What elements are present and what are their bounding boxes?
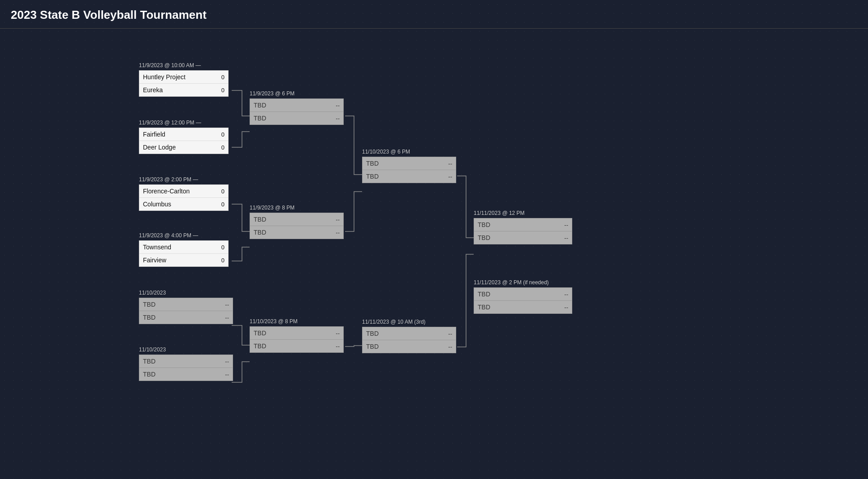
r4m3rd-group: 11/11/2023 @ 10 AM (3rd) TBD -- TBD -- — [362, 319, 456, 353]
r1m2-team1: Fairfield 0 — [139, 128, 228, 141]
r1m3-team1: Florence-Carlton 0 — [139, 185, 228, 198]
r3wm1-team1: TBD -- — [363, 157, 456, 170]
bracket-wrapper: 11/9/2023 @ 10:00 AM — Huntley Project 0… — [13, 38, 856, 441]
r3lm1-team2: TBD -- — [250, 340, 343, 352]
r1m1-time: 11/9/2023 @ 10:00 AM — — [139, 62, 229, 68]
r1m3-group: 11/9/2023 @ 2:00 PM — Florence-Carlton 0… — [139, 176, 229, 211]
r1m1-team2: Eureka 0 — [139, 84, 228, 96]
r2wm1-team1: TBD -- — [250, 99, 343, 112]
r3wm1-group: 11/10/2023 @ 6 PM TBD -- TBD -- — [362, 149, 456, 183]
final-team1: TBD -- — [474, 218, 572, 231]
r3wm1-team2: TBD -- — [363, 170, 456, 183]
r1m4-time: 11/9/2023 @ 4:00 PM — — [139, 232, 229, 239]
r1m4-group: 11/9/2023 @ 4:00 PM — Townsend 0 Fairvie… — [139, 232, 229, 267]
r2lm2-team2: TBD -- — [139, 368, 233, 381]
r3lm1-team1: TBD -- — [250, 327, 343, 340]
if-needed-time: 11/11/2023 @ 2 PM (if needed) — [474, 279, 572, 286]
r1m1-box: Huntley Project 0 Eureka 0 — [139, 70, 229, 97]
r2wm1-group: 11/9/2023 @ 6 PM TBD -- TBD -- — [250, 90, 344, 125]
r1m3-team2: Columbus 0 — [139, 198, 228, 210]
final-time: 11/11/2023 @ 12 PM — [474, 210, 572, 216]
if-needed-team1: TBD -- — [474, 288, 572, 301]
r1m3-time: 11/9/2023 @ 2:00 PM — — [139, 176, 229, 183]
r2wm2-team2: TBD -- — [250, 226, 343, 239]
r2lm2-time: 11/10/2023 — [139, 346, 233, 353]
r2lm2-team1: TBD -- — [139, 355, 233, 368]
r1m2-box: Fairfield 0 Deer Lodge 0 — [139, 128, 229, 154]
r1m1-team1: Huntley Project 0 — [139, 71, 228, 84]
r2wm2-team1: TBD -- — [250, 213, 343, 226]
r4m3rd-team1: TBD -- — [363, 327, 456, 340]
if-needed-box: TBD -- TBD -- — [474, 287, 572, 314]
r2lm1-team1: TBD -- — [139, 298, 233, 311]
r3lm1-group: 11/10/2023 @ 8 PM TBD -- TBD -- — [250, 318, 344, 353]
if-needed-team2: TBD -- — [474, 301, 572, 313]
r2lm1-box: TBD -- TBD -- — [139, 298, 233, 324]
r2wm1-box: TBD -- TBD -- — [250, 98, 344, 125]
r4m3rd-time: 11/11/2023 @ 10 AM (3rd) — [362, 319, 456, 325]
r3lm1-box: TBD -- TBD -- — [250, 326, 344, 353]
r3wm1-time: 11/10/2023 @ 6 PM — [362, 149, 456, 155]
r3wm1-box: TBD -- TBD -- — [362, 157, 456, 183]
r2lm2-group: 11/10/2023 TBD -- TBD -- — [139, 346, 233, 381]
page-title: 2023 State B Volleyball Tournament — [0, 0, 868, 29]
r1m2-team2: Deer Lodge 0 — [139, 141, 228, 154]
r2wm2-time: 11/9/2023 @ 8 PM — [250, 205, 344, 211]
r1m2-group: 11/9/2023 @ 12:00 PM — Fairfield 0 Deer … — [139, 120, 229, 154]
if-needed-group: 11/11/2023 @ 2 PM (if needed) TBD -- TBD… — [474, 279, 572, 314]
r1m2-time: 11/9/2023 @ 12:00 PM — — [139, 120, 229, 126]
final-box: TBD -- TBD -- — [474, 218, 572, 244]
r1m4-box: Townsend 0 Fairview 0 — [139, 240, 229, 267]
r2lm1-group: 11/10/2023 TBD -- TBD -- — [139, 290, 233, 324]
r2wm2-group: 11/9/2023 @ 8 PM TBD -- TBD -- — [250, 205, 344, 239]
r1m3-box: Florence-Carlton 0 Columbus 0 — [139, 184, 229, 211]
r4m3rd-box: TBD -- TBD -- — [362, 327, 456, 353]
final-team2: TBD -- — [474, 231, 572, 244]
r2lm1-time: 11/10/2023 — [139, 290, 233, 296]
r4m3rd-team2: TBD -- — [363, 340, 456, 353]
r2wm1-time: 11/9/2023 @ 6 PM — [250, 90, 344, 97]
r3lm1-time: 11/10/2023 @ 8 PM — [250, 318, 344, 325]
r1m4-team1: Townsend 0 — [139, 241, 228, 254]
r2lm2-box: TBD -- TBD -- — [139, 355, 233, 381]
r1m4-team2: Fairview 0 — [139, 254, 228, 266]
r1m1-group: 11/9/2023 @ 10:00 AM — Huntley Project 0… — [139, 62, 229, 97]
r2wm1-team2: TBD -- — [250, 112, 343, 124]
r2lm1-team2: TBD -- — [139, 311, 233, 324]
r2wm2-box: TBD -- TBD -- — [250, 213, 344, 239]
final-group: 11/11/2023 @ 12 PM TBD -- TBD -- — [474, 210, 572, 244]
